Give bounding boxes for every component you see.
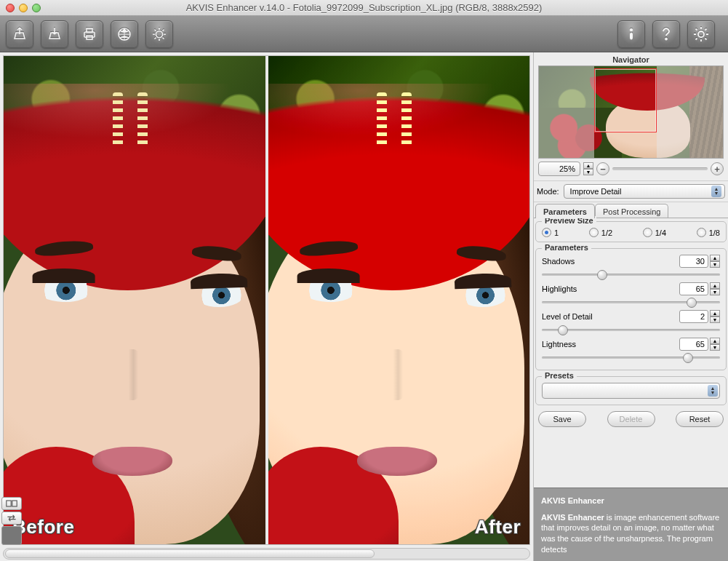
zoom-out-button[interactable]: −: [596, 162, 609, 175]
share-button[interactable]: [111, 20, 138, 48]
param-stepper[interactable]: ▲▼: [710, 338, 720, 351]
tab-post-processing[interactable]: Post Processing: [595, 204, 668, 218]
param-slider[interactable]: [542, 325, 720, 335]
parameters-legend: Parameters: [542, 243, 591, 252]
canvas-area: Before After: [0, 52, 533, 561]
window-controls: [6, 4, 41, 12]
window-title: AKVIS Enhancer v.14.0 - Fotolia_9972099_…: [0, 2, 728, 13]
after-pane: After: [265, 56, 530, 544]
svg-rect-9: [7, 501, 11, 506]
navigator-thumbnail[interactable]: [538, 65, 724, 159]
param-stepper[interactable]: ▲▼: [710, 310, 720, 323]
param-value-input[interactable]: [679, 282, 708, 295]
param-label: Highlights: [542, 285, 577, 293]
preset-delete-button[interactable]: Delete: [607, 411, 655, 427]
after-label: After: [475, 516, 521, 538]
zoom-value: 25%: [542, 164, 578, 173]
main-toolbar: [0, 16, 728, 52]
svg-point-4: [156, 31, 163, 37]
zoom-slider[interactable]: [612, 167, 708, 170]
save-button[interactable]: [41, 20, 68, 48]
tab-parameters[interactable]: Parameters: [535, 204, 595, 218]
preferences-button[interactable]: [687, 20, 715, 48]
param-slider[interactable]: [542, 269, 720, 279]
preset-reset-button[interactable]: Reset: [676, 411, 724, 427]
param-row: Shadows▲▼: [542, 255, 720, 279]
info-panel: AKVIS Enhancer AKVIS Enhancer is image e…: [534, 488, 728, 561]
preview-size-option[interactable]: 1/8: [697, 228, 720, 237]
preview-size-option[interactable]: 1/4: [643, 228, 666, 237]
settings-tabs: Parameters Post Processing: [534, 202, 728, 218]
batch-button[interactable]: [145, 20, 173, 48]
mode-label: Mode:: [537, 187, 559, 196]
layout-swap-button[interactable]: [1, 512, 22, 525]
close-window-button[interactable]: [6, 4, 15, 12]
param-stepper[interactable]: ▲▼: [710, 255, 720, 268]
parameters-group: Parameters Shadows▲▼Highlights▲▼Level of…: [535, 248, 727, 370]
open-button[interactable]: [6, 20, 33, 48]
view-mode-rail: [0, 496, 23, 546]
info-body: AKVIS Enhancer is image enhancement soft…: [541, 512, 721, 555]
zoom-in-button[interactable]: +: [711, 162, 724, 175]
param-slider[interactable]: [542, 352, 720, 362]
param-label: Level of Detail: [542, 312, 593, 321]
presets-select[interactable]: ▲▼: [542, 383, 720, 399]
info-title: AKVIS Enhancer: [541, 496, 721, 506]
param-value-input[interactable]: [679, 310, 708, 323]
param-value-input[interactable]: [679, 255, 708, 268]
mode-select[interactable]: Improve Detail ▲▼: [564, 184, 725, 199]
zoom-stepper[interactable]: ▲▼: [583, 162, 593, 175]
print-button[interactable]: [76, 20, 103, 48]
minimize-window-button[interactable]: [19, 4, 28, 12]
svg-rect-10: [12, 501, 17, 506]
preview-size-option[interactable]: 1/2: [589, 228, 612, 237]
param-label: Lightness: [542, 340, 576, 349]
layout-single-button[interactable]: [1, 526, 22, 545]
before-pane: Before: [4, 56, 265, 544]
horizontal-scrollbar[interactable]: [3, 548, 530, 560]
preset-save-button[interactable]: Save: [538, 411, 586, 427]
info-button[interactable]: [617, 20, 645, 48]
svg-rect-0: [84, 32, 95, 37]
svg-rect-6: [631, 33, 633, 39]
help-button[interactable]: [652, 20, 680, 48]
param-value-input[interactable]: [679, 338, 708, 351]
navigator-title: Navigator: [537, 54, 725, 65]
svg-point-5: [630, 28, 633, 31]
param-label: Shadows: [542, 257, 575, 266]
svg-point-8: [698, 31, 704, 37]
param-row: Lightness▲▼: [542, 338, 720, 362]
layout-split-button[interactable]: [1, 497, 22, 510]
svg-rect-1: [87, 28, 92, 32]
zoom-window-button[interactable]: [32, 4, 41, 12]
image-viewer[interactable]: Before After: [3, 55, 530, 545]
presets-group: Presets ▲▼: [535, 376, 727, 405]
side-panel: Navigator 25% ▲▼ − + Mode:: [533, 52, 728, 561]
preview-size-option[interactable]: 1: [542, 228, 559, 237]
param-stepper[interactable]: ▲▼: [710, 282, 720, 295]
svg-point-7: [665, 38, 668, 40]
preview-size-group: Preview Size 11/21/41/8: [535, 221, 727, 242]
param-row: Level of Detail▲▼: [542, 310, 720, 335]
param-slider[interactable]: [542, 297, 720, 307]
param-row: Highlights▲▼: [542, 282, 720, 307]
window-titlebar: AKVIS Enhancer v.14.0 - Fotolia_9972099_…: [0, 0, 728, 16]
presets-legend: Presets: [542, 371, 577, 380]
